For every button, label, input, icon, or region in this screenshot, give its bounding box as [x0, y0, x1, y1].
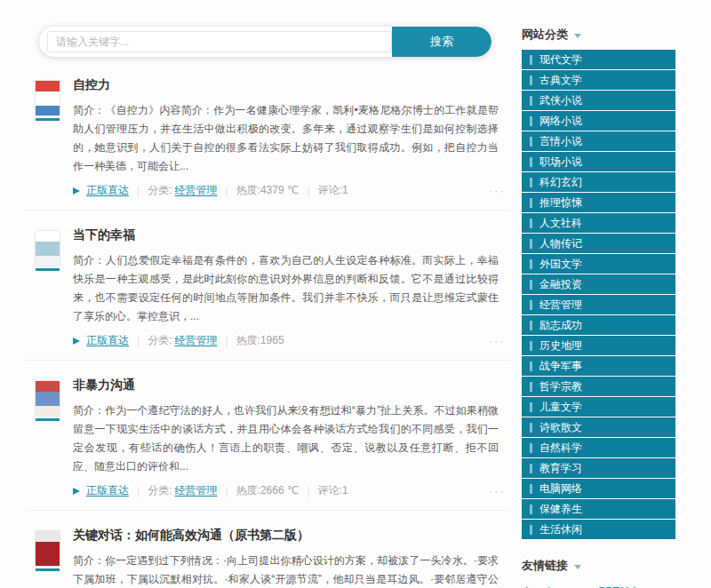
sidebar-category-item[interactable]: 推理惊悚	[522, 193, 675, 212]
sidebar-category-item[interactable]: 儿童文学	[522, 397, 675, 417]
category-marker-icon	[530, 219, 532, 228]
book-title-link[interactable]: 关键对话：如何能高效沟通（原书第二版）	[73, 528, 509, 544]
sidebar-category-item[interactable]: 自然科学	[522, 438, 675, 457]
book-title-link[interactable]: 当下的幸福	[73, 227, 509, 243]
more-options-button[interactable]: ···	[489, 184, 506, 197]
sidebar-category-item[interactable]: 哲学宗教	[522, 377, 675, 396]
page: 搜索 自控力 简介：《自控力》内容简介：作为一名健康心理学家，凯利•麦格尼格尔博…	[0, 0, 711, 588]
cover-underline	[36, 568, 60, 571]
book-cover[interactable]	[36, 231, 60, 348]
sidebar-category-item[interactable]: 生活休闲	[522, 520, 675, 539]
cover-underline	[36, 418, 60, 421]
sidebar-category-item[interactable]: 职场小说	[522, 152, 675, 171]
more-options-button[interactable]: ···	[489, 484, 506, 497]
sidebar-category-item[interactable]: 科幻玄幻	[522, 172, 675, 192]
category-marker-icon	[530, 239, 532, 249]
book-category-link[interactable]: 经营管理	[174, 333, 217, 348]
book-description: 简介：《自控力》内容简介：作为一名健康心理学家，凯利•麦格尼格尔博士的工作就是帮…	[73, 101, 509, 176]
book-cover-image[interactable]	[36, 381, 60, 416]
sidebar-category-item[interactable]: 电脑网络	[522, 479, 675, 498]
book-description: 简介：你一定遇到过下列情况：·向上司提出你精心设计的方案，却被泼了一头冷水。·要…	[73, 552, 509, 588]
sidebar-category-item[interactable]: 网络小说	[522, 111, 675, 131]
book-stat: 评论:1	[318, 183, 348, 198]
category-label: 自然科学	[539, 441, 582, 456]
category-prefix-label: 分类:	[148, 183, 172, 198]
book-category-link[interactable]: 经营管理	[174, 183, 217, 198]
meta-separator: |	[137, 335, 140, 347]
cover-underline	[36, 118, 60, 121]
meta-separator: |	[225, 185, 228, 197]
book-cover[interactable]	[36, 81, 60, 198]
direct-buy-link[interactable]: 正版直达	[86, 333, 129, 348]
category-label: 历史地理	[539, 338, 582, 354]
sidebar-category-item[interactable]: 战争军事	[522, 356, 675, 376]
book-stat: 评论:1	[318, 483, 348, 498]
book-content: 关键对话：如何能高效沟通（原书第二版） 简介：你一定遇到过下列情况：·向上司提出…	[73, 528, 509, 588]
sidebar-category-item[interactable]: 教育学习	[522, 458, 675, 478]
direct-buy-link[interactable]: 正版直达	[86, 483, 129, 498]
category-label: 推理惊悚	[539, 195, 582, 211]
category-marker-icon	[530, 75, 532, 85]
sidebar-category-item[interactable]: 经营管理	[522, 295, 675, 314]
sidebar-category-item[interactable]: 人文社科	[522, 213, 675, 233]
category-marker-icon	[530, 525, 532, 535]
chevron-down-icon[interactable]	[574, 565, 581, 569]
sidebar-category-item[interactable]: 诗歌散文	[522, 417, 675, 437]
category-label: 诗歌散文	[539, 420, 582, 435]
category-marker-icon	[530, 116, 532, 126]
search-button[interactable]: 搜索	[392, 27, 491, 57]
category-label: 金融投资	[539, 277, 582, 292]
category-label: 外国文学	[539, 257, 582, 272]
play-arrow-icon	[73, 488, 80, 495]
friend-links-title: 友情链接	[522, 558, 568, 574]
sidebar-category-item[interactable]: 历史地理	[522, 336, 675, 355]
book-cover-image[interactable]	[36, 81, 60, 115]
categories-title: 网站分类	[522, 27, 568, 43]
book-cover-image[interactable]	[36, 231, 60, 266]
sidebar-category-item[interactable]: 武侠小说	[522, 91, 675, 110]
category-marker-icon	[530, 280, 532, 290]
search-bar: 搜索	[39, 27, 491, 57]
sidebar: 网站分类 现代文学 古典文学 武侠小说 网络小说 言情小说 职场小说 科幻玄幻 …	[522, 0, 675, 588]
categories-header: 网站分类	[522, 27, 675, 43]
category-marker-icon	[530, 321, 532, 330]
category-label: 战争军事	[539, 359, 582, 374]
book-title-link[interactable]: 非暴力沟通	[73, 377, 509, 393]
category-label: 励志成功	[539, 318, 582, 333]
search-input[interactable]	[47, 31, 392, 52]
book-content: 自控力 简介：《自控力》内容简介：作为一名健康心理学家，凯利•麦格尼格尔博士的工…	[73, 77, 509, 198]
sidebar-category-item[interactable]: 言情小说	[522, 131, 675, 151]
book-title-link[interactable]: 自控力	[73, 77, 509, 93]
sidebar-category-item[interactable]: 现代文学	[522, 50, 675, 69]
category-marker-icon	[530, 362, 532, 371]
category-marker-icon	[530, 382, 532, 392]
book-meta-row: 正版直达 |分类:经营管理|热度:4379 ℃|评论:1···	[73, 183, 509, 198]
chevron-down-icon[interactable]	[574, 34, 581, 38]
category-marker-icon	[530, 505, 532, 514]
book-cover-image[interactable]	[36, 531, 60, 566]
direct-buy-link[interactable]: 正版直达	[86, 183, 129, 198]
sidebar-category-item[interactable]: 古典文学	[522, 70, 675, 90]
book-content: 当下的幸福 简介：人们总爱假定幸福是有条件的，喜欢为自己的人生设定各种标准。而实…	[73, 227, 509, 348]
sidebar-category-item[interactable]: 励志成功	[522, 315, 675, 335]
category-marker-icon	[530, 157, 532, 167]
sidebar-category-item[interactable]: 外国文学	[522, 254, 675, 274]
sidebar-category-item[interactable]: 金融投资	[522, 274, 675, 294]
meta-separator: |	[225, 485, 228, 497]
book-meta-row: 正版直达 |分类:经营管理|热度:2666 ℃|评论:1···	[73, 483, 509, 498]
category-marker-icon	[530, 341, 532, 351]
category-label: 网络小说	[539, 114, 582, 129]
category-label: 职场小说	[539, 155, 582, 170]
category-prefix-label: 分类:	[148, 333, 172, 348]
category-marker-icon	[530, 96, 532, 106]
book-category-link[interactable]: 经营管理	[174, 483, 217, 498]
meta-separator: |	[307, 485, 309, 497]
sidebar-category-item[interactable]: 保健养生	[522, 499, 675, 519]
book-cover[interactable]	[36, 381, 60, 498]
book-cover[interactable]	[36, 531, 60, 588]
category-label: 保健养生	[539, 502, 582, 517]
more-options-button[interactable]: ···	[489, 334, 506, 347]
category-marker-icon	[530, 137, 532, 147]
category-marker-icon	[530, 423, 532, 433]
sidebar-category-item[interactable]: 人物传记	[522, 234, 675, 253]
